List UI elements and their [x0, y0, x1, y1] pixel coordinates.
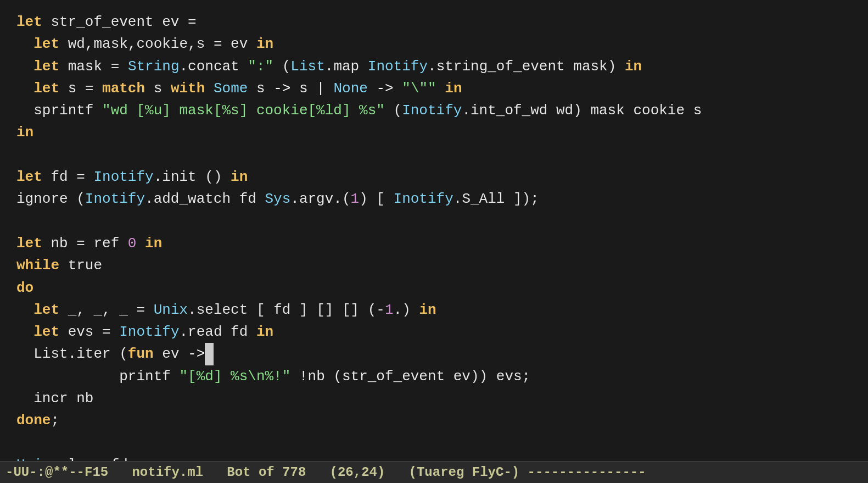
code-line-line1: let str_of_event ev =	[16, 11, 852, 33]
status-cursor: (26,24)	[330, 465, 409, 480]
code-line-line12: while true	[16, 254, 852, 276]
status-bar: -UU-:@**--F15 notify.ml Bot of 778 (26,2…	[0, 461, 868, 483]
code-line-line16: List.iter (fun ev ->	[16, 343, 852, 365]
code-line-line8: let fd = Inotify.init () in	[16, 166, 852, 188]
code-line-line5: sprintf "wd [%u] mask[%s] cookie[%ld] %s…	[16, 99, 852, 121]
status-mode: -UU-:@**--F15	[5, 465, 108, 480]
code-line-line11: let nb = ref 0 in	[16, 232, 852, 254]
code-line-line3: let mask = String.concat ":" (List.map I…	[16, 55, 852, 77]
code-line-line6: in	[16, 121, 852, 143]
code-line-line21: Unix.close fd	[16, 454, 852, 461]
status-modename: (Tuareg FlyC-)	[409, 465, 520, 480]
code-line-line18: incr nb	[16, 387, 852, 409]
status-dashes: ---------------	[519, 465, 646, 480]
status-position: Bot of 778	[227, 465, 329, 480]
code-line-line19: done;	[16, 409, 852, 431]
code-line-line10	[16, 210, 852, 232]
code-editor: let str_of_event ev = let wd,mask,cookie…	[0, 0, 868, 461]
code-line-line20	[16, 432, 852, 454]
code-line-line9: ignore (Inotify.add_watch fd Sys.argv.(1…	[16, 188, 852, 210]
code-line-line7	[16, 144, 852, 166]
status-filename: notify.ml	[108, 465, 227, 480]
code-line-line14: let _, _, _ = Unix.select [ fd ] [] [] (…	[16, 299, 852, 321]
code-line-line4: let s = match s with Some s -> s | None …	[16, 77, 852, 99]
code-line-line2: let wd,mask,cookie,s = ev in	[16, 33, 852, 55]
code-line-line17: printf "[%d] %s\n%!" !nb (str_of_event e…	[16, 365, 852, 387]
code-line-line13: do	[16, 277, 852, 299]
code-line-line15: let evs = Inotify.read fd in	[16, 321, 852, 343]
